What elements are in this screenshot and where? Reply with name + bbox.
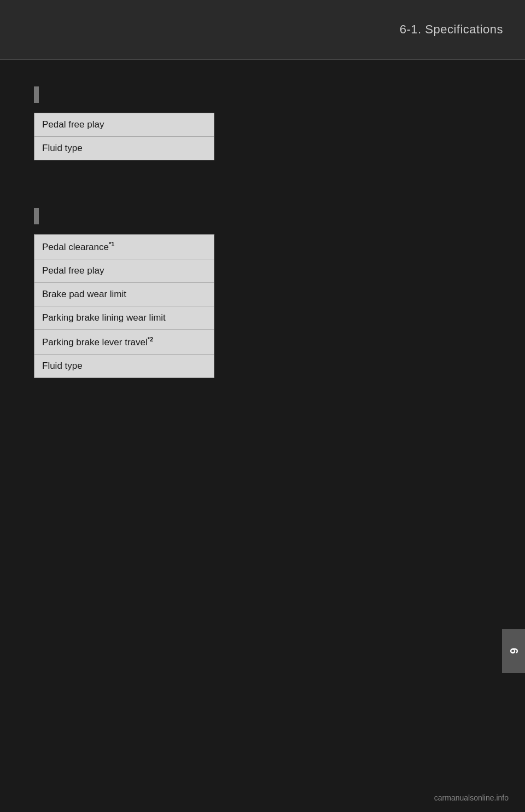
clutch-section-header (34, 86, 214, 103)
clutch-section-accent (34, 86, 39, 103)
watermark: carmanualsonline.info (434, 793, 509, 802)
table-row: Brake pad wear limit (34, 283, 214, 306)
table-row: Pedal free play (34, 259, 214, 283)
header-bar: 6-1. Specifications (0, 0, 525, 60)
brake-section-content: Pedal clearance*1 Pedal free play Brake … (34, 208, 214, 378)
table-row: Pedal clearance*1 (34, 235, 214, 259)
chapter-tab: 6 (502, 629, 525, 673)
clutch-section: Pedal free play Fluid type (34, 86, 214, 160)
table-row: Pedal free play (34, 113, 214, 137)
clutch-section-content: Pedal free play Fluid type (34, 86, 214, 160)
superscript-1: *1 (109, 241, 114, 247)
table-row: Fluid type (34, 355, 214, 378)
table-row: Parking brake lining wear limit (34, 306, 214, 330)
page-title: 6-1. Specifications (400, 22, 503, 37)
brake-spec-table: Pedal clearance*1 Pedal free play Brake … (34, 234, 214, 378)
superscript-2: *2 (148, 336, 153, 343)
clutch-spec-table: Pedal free play Fluid type (34, 113, 214, 160)
brake-section-accent (34, 208, 39, 224)
table-row: Parking brake lever travel*2 (34, 330, 214, 355)
brake-section: Pedal clearance*1 Pedal free play Brake … (34, 208, 214, 378)
chapter-number: 6 (508, 648, 520, 654)
brake-section-header (34, 208, 214, 224)
table-row: Fluid type (34, 137, 214, 160)
